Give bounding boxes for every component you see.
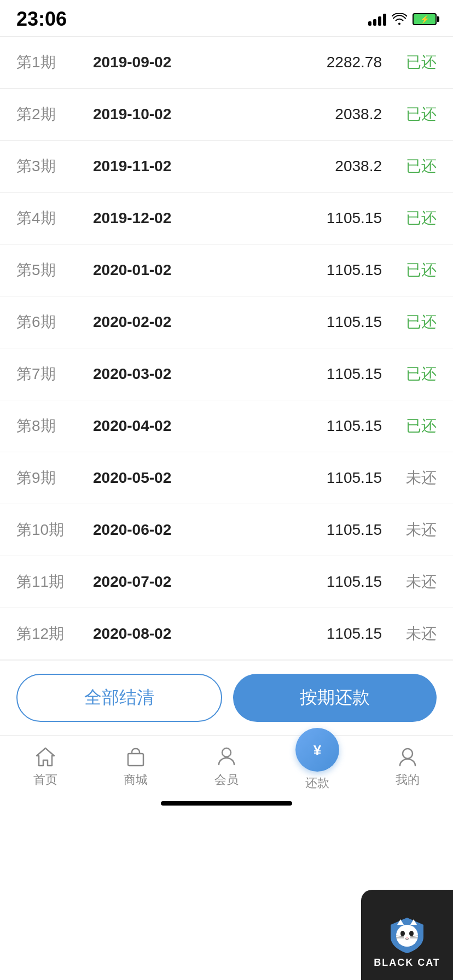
wifi-icon <box>392 13 407 25</box>
status-time: 23:06 <box>16 8 67 31</box>
bottom-buttons: 全部结清 按期还款 <box>0 660 453 735</box>
tab-mall-label: 商城 <box>124 772 148 788</box>
svg-point-6 <box>409 931 414 936</box>
period-label: 第3期 <box>16 156 93 177</box>
amount-label: 1105.15 <box>283 521 393 539</box>
amount-label: 2038.2 <box>283 106 393 123</box>
period-label: 第9期 <box>16 468 93 488</box>
table-row: 第6期2020-02-021105.15已还 <box>0 296 453 348</box>
amount-label: 1105.15 <box>283 573 393 591</box>
status-badge: 已还 <box>393 104 437 125</box>
payment-list: 第1期2019-09-022282.78已还第2期2019-10-022038.… <box>0 36 453 660</box>
home-indicator-bar <box>161 801 292 806</box>
amount-label: 1105.15 <box>283 261 393 279</box>
home-indicator <box>0 796 453 814</box>
date-label: 2020-04-02 <box>93 417 283 435</box>
svg-line-9 <box>410 936 418 937</box>
clear-all-button[interactable]: 全部结清 <box>16 674 222 722</box>
svg-point-4 <box>396 925 418 947</box>
svg-point-3 <box>403 749 413 759</box>
table-row: 第12期2020-08-021105.15未还 <box>0 608 453 660</box>
battery-bolt: ⚡ <box>420 15 429 24</box>
amount-label: 1105.15 <box>283 313 393 331</box>
signal-icon <box>368 13 386 26</box>
status-badge: 已还 <box>393 312 437 332</box>
status-bar: 23:06 ⚡ <box>0 0 453 36</box>
period-label: 第8期 <box>16 416 93 436</box>
home-icon <box>33 744 57 768</box>
status-badge: 已还 <box>393 260 437 281</box>
svg-rect-0 <box>128 754 143 766</box>
repay-circle: ¥ <box>295 728 339 772</box>
tab-member-label: 会员 <box>214 772 239 788</box>
tab-mine-label: 我的 <box>396 772 420 788</box>
member-icon <box>214 744 239 768</box>
status-icons: ⚡ <box>368 13 437 26</box>
status-badge: 未还 <box>393 520 437 540</box>
date-label: 2020-01-02 <box>93 261 283 279</box>
table-row: 第11期2020-07-021105.15未还 <box>0 556 453 608</box>
svg-line-7 <box>396 936 404 937</box>
tab-repay-label: 还款 <box>305 775 329 791</box>
period-label: 第2期 <box>16 104 93 125</box>
status-badge: 已还 <box>393 364 437 384</box>
battery-icon: ⚡ <box>413 13 437 25</box>
table-row: 第9期2020-05-021105.15未还 <box>0 452 453 504</box>
table-row: 第1期2019-09-022282.78已还 <box>0 36 453 89</box>
amount-label: 2282.78 <box>283 54 393 71</box>
date-label: 2020-08-02 <box>93 625 283 643</box>
status-badge: 已还 <box>393 52 437 73</box>
table-row: 第3期2019-11-022038.2已还 <box>0 141 453 192</box>
tab-repay[interactable]: ¥ 还款 <box>290 728 345 791</box>
period-label: 第1期 <box>16 52 93 73</box>
svg-text:¥: ¥ <box>313 742 321 759</box>
amount-label: 1105.15 <box>283 625 393 643</box>
table-row: 第10期2020-06-021105.15未还 <box>0 504 453 556</box>
period-label: 第4期 <box>16 208 93 229</box>
black-cat-logo <box>385 915 429 953</box>
date-label: 2019-11-02 <box>93 158 283 175</box>
date-label: 2020-07-02 <box>93 573 283 591</box>
status-badge: 未还 <box>393 571 437 592</box>
period-label: 第7期 <box>16 364 93 384</box>
svg-point-5 <box>400 931 405 936</box>
table-row: 第8期2020-04-021105.15已还 <box>0 400 453 452</box>
date-label: 2020-06-02 <box>93 521 283 539</box>
black-cat-text: BLACK CAT <box>374 956 440 969</box>
period-label: 第5期 <box>16 260 93 281</box>
tab-mall[interactable]: 商城 <box>108 744 163 788</box>
date-label: 2019-09-02 <box>93 54 283 71</box>
mine-icon <box>396 744 420 768</box>
table-row: 第4期2019-12-021105.15已还 <box>0 192 453 244</box>
mall-icon <box>124 744 148 768</box>
svg-point-1 <box>222 748 231 757</box>
period-label: 第10期 <box>16 520 93 540</box>
status-badge: 未还 <box>393 468 437 488</box>
date-label: 2020-03-02 <box>93 365 283 383</box>
amount-label: 1105.15 <box>283 209 393 227</box>
date-label: 2020-02-02 <box>93 313 283 331</box>
tab-bar: 首页 商城 会员 ¥ 还款 <box>0 735 453 796</box>
tab-member[interactable]: 会员 <box>199 744 254 788</box>
amount-label: 1105.15 <box>283 469 393 487</box>
date-label: 2020-05-02 <box>93 469 283 487</box>
status-badge: 已还 <box>393 156 437 177</box>
date-label: 2019-12-02 <box>93 209 283 227</box>
date-label: 2019-10-02 <box>93 106 283 123</box>
amount-label: 1105.15 <box>283 365 393 383</box>
tab-mine[interactable]: 我的 <box>380 744 435 788</box>
amount-label: 2038.2 <box>283 158 393 175</box>
pay-by-period-button[interactable]: 按期还款 <box>233 674 437 722</box>
tab-home-label: 首页 <box>33 772 57 788</box>
period-label: 第6期 <box>16 312 93 332</box>
status-badge: 未还 <box>393 623 437 644</box>
table-row: 第7期2020-03-021105.15已还 <box>0 348 453 400</box>
amount-label: 1105.15 <box>283 417 393 435</box>
status-badge: 已还 <box>393 416 437 436</box>
status-badge: 已还 <box>393 208 437 229</box>
tab-home[interactable]: 首页 <box>18 744 73 788</box>
black-cat-watermark: BLACK CAT <box>361 890 453 980</box>
table-row: 第5期2020-01-021105.15已还 <box>0 244 453 296</box>
table-row: 第2期2019-10-022038.2已还 <box>0 89 453 141</box>
period-label: 第12期 <box>16 623 93 644</box>
